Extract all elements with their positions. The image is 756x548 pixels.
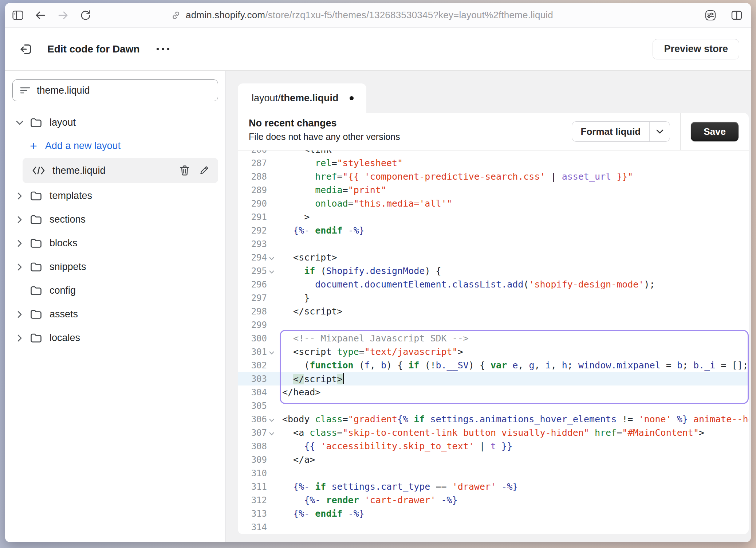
- editor-main: layout/theme.liquid No recent changes Fi…: [226, 71, 751, 542]
- line-number[interactable]: 297: [238, 293, 267, 303]
- sidebar-folder-assets[interactable]: assets: [5, 302, 225, 326]
- extensions-icon[interactable]: [704, 9, 717, 21]
- code-line[interactable]: 310: [238, 466, 749, 480]
- code-line[interactable]: 299: [238, 318, 749, 332]
- preview-store-button[interactable]: Preview store: [653, 39, 739, 59]
- code-line[interactable]: 313 {%- endif -%}: [238, 507, 749, 520]
- tab-theme-liquid[interactable]: layout/theme.liquid: [238, 83, 366, 113]
- sidebar-folder-snippets[interactable]: snippets: [5, 255, 225, 279]
- code-editor[interactable]: 286 <link287 rel="stylesheet"288 href="{…: [238, 150, 749, 534]
- line-number[interactable]: 312: [238, 495, 267, 505]
- sidebar-folder-templates[interactable]: templates: [5, 184, 225, 208]
- code-line[interactable]: 300 <!-- Mixpanel Javascript SDK -->: [238, 332, 749, 345]
- code-line[interactable]: 311 {%- if settings.cart_type == 'drawer…: [238, 480, 749, 493]
- back-icon[interactable]: [34, 9, 47, 21]
- code-line[interactable]: 291 >: [238, 210, 749, 224]
- sidebar-folder-locales[interactable]: locales: [5, 326, 225, 350]
- code-line[interactable]: 308 {{ 'accessibility.skip_to_text' | t …: [238, 439, 749, 453]
- code-line[interactable]: 286 <link: [238, 150, 749, 156]
- line-number[interactable]: 310: [238, 468, 267, 478]
- code-line[interactable]: 288 href="{{ 'component-predictive-searc…: [238, 170, 749, 183]
- browser-toolbar: admin.shopify.com/store/rzq1xu-f5/themes…: [5, 3, 751, 28]
- code-line[interactable]: 314: [238, 520, 749, 534]
- line-number[interactable]: 293: [238, 239, 267, 249]
- sidebar-folder-layout[interactable]: layout: [5, 111, 225, 134]
- fold-chevron-icon[interactable]: [267, 255, 276, 260]
- line-number[interactable]: 308: [238, 441, 267, 451]
- code-line[interactable]: 303 </script>: [238, 372, 749, 385]
- code-line[interactable]: 302 (function (f, b) { if (!b.__SV) { va…: [238, 359, 749, 372]
- line-number[interactable]: 303: [238, 374, 267, 384]
- fold-chevron-icon[interactable]: [267, 416, 276, 422]
- format-liquid-button[interactable]: Format liquid: [572, 121, 670, 142]
- line-number[interactable]: 294: [238, 253, 267, 263]
- code-line[interactable]: 294 <script>: [238, 251, 749, 264]
- line-number[interactable]: 309: [238, 455, 267, 465]
- code-line[interactable]: 312 {%- render 'cart-drawer' -%}: [238, 493, 749, 507]
- line-number[interactable]: 290: [238, 199, 267, 209]
- edit-file-icon[interactable]: [199, 165, 209, 176]
- line-number[interactable]: 300: [238, 333, 267, 344]
- fold-chevron-icon[interactable]: [267, 430, 276, 435]
- line-number[interactable]: 306: [238, 414, 267, 424]
- editor-panel-header: No recent changes File does not have any…: [238, 113, 749, 150]
- folder-icon: [30, 215, 42, 224]
- code-line[interactable]: 292 {%- endif -%}: [238, 224, 749, 237]
- line-number[interactable]: 296: [238, 279, 267, 290]
- line-number[interactable]: 314: [238, 522, 267, 532]
- sidebar-file-theme-liquid[interactable]: theme.liquid: [23, 158, 218, 183]
- line-number[interactable]: 289: [238, 185, 267, 195]
- sidebar-folder-config[interactable]: config: [5, 279, 225, 302]
- line-number[interactable]: 304: [238, 387, 267, 398]
- folder-icon: [30, 310, 42, 319]
- forward-icon[interactable]: [57, 9, 69, 21]
- plus-icon: +: [30, 140, 37, 152]
- fold-chevron-icon[interactable]: [267, 268, 276, 274]
- sidebar-toggle-icon[interactable]: [12, 9, 24, 21]
- line-number[interactable]: 301: [238, 347, 267, 357]
- code-line[interactable]: 307 <a class="skip-to-content-link butto…: [238, 426, 749, 439]
- code-line[interactable]: 315 <div class="announcement": [238, 534, 749, 534]
- reload-icon[interactable]: [79, 9, 92, 21]
- code-line[interactable]: 298 </script>: [238, 305, 749, 318]
- line-number[interactable]: 291: [238, 212, 267, 222]
- save-button[interactable]: Save: [691, 122, 739, 141]
- code-line[interactable]: 287 rel="stylesheet": [238, 156, 749, 170]
- line-number[interactable]: 305: [238, 401, 267, 411]
- code-line[interactable]: 309 </a>: [238, 453, 749, 466]
- delete-file-icon[interactable]: [180, 165, 190, 176]
- chevron-down-icon[interactable]: [650, 122, 670, 141]
- code-line[interactable]: 304</head>: [238, 385, 749, 399]
- line-number[interactable]: 298: [238, 306, 267, 317]
- file-search-input[interactable]: theme.liquid: [12, 79, 218, 101]
- code-line[interactable]: 290 onload="this.media='all'": [238, 197, 749, 210]
- add-layout-link[interactable]: + Add a new layout: [5, 134, 225, 157]
- code-line[interactable]: 301 <script type="text/javascript">: [238, 345, 749, 359]
- fold-chevron-icon[interactable]: [267, 349, 276, 355]
- line-number[interactable]: 292: [238, 226, 267, 236]
- address-bar[interactable]: admin.shopify.com/store/rzq1xu-f5/themes…: [171, 3, 553, 27]
- code-line[interactable]: 306<body class="gradient{% if settings.a…: [238, 412, 749, 426]
- exit-editor-icon[interactable]: [20, 42, 34, 56]
- code-line[interactable]: 297 }: [238, 291, 749, 305]
- line-number[interactable]: 295: [238, 266, 267, 276]
- line-number[interactable]: 302: [238, 360, 267, 371]
- code-line[interactable]: 293: [238, 237, 749, 251]
- code-line[interactable]: 295 if (Shopify.designMode) {: [238, 264, 749, 278]
- line-number[interactable]: 307: [238, 428, 267, 438]
- line-number[interactable]: 299: [238, 320, 267, 330]
- line-number[interactable]: 286: [238, 150, 267, 155]
- chevron-right-icon: [15, 192, 24, 200]
- changes-title: No recent changes: [249, 118, 572, 129]
- sidebar-folder-blocks[interactable]: blocks: [5, 231, 225, 255]
- code-line[interactable]: 296 document.documentElement.classList.a…: [238, 278, 749, 291]
- more-actions-icon[interactable]: [153, 44, 173, 54]
- line-number[interactable]: 313: [238, 509, 267, 519]
- sidebar-folder-sections[interactable]: sections: [5, 208, 225, 231]
- code-line[interactable]: 305: [238, 399, 749, 412]
- split-view-icon[interactable]: [731, 9, 743, 21]
- line-number[interactable]: 288: [238, 172, 267, 182]
- line-number[interactable]: 287: [238, 158, 267, 168]
- code-line[interactable]: 289 media="print": [238, 183, 749, 197]
- line-number[interactable]: 311: [238, 482, 267, 492]
